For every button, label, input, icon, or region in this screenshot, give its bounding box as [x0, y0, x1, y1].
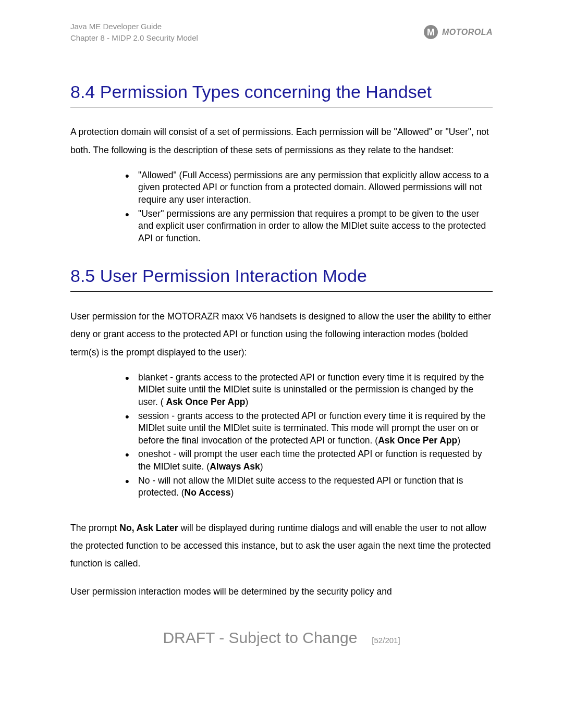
doc-title: Java ME Developer Guide: [70, 22, 162, 31]
section-8-5-intro: User permission for the MOTORAZR maxx V6…: [70, 307, 493, 361]
list-item: blanket - grants access to the protected…: [128, 372, 493, 409]
section-8-5-heading: 8.5 User Permission Interaction Mode: [70, 264, 493, 292]
draft-watermark: DRAFT - Subject to Change: [163, 629, 357, 647]
brand-wordmark: MOTOROLA: [442, 28, 493, 37]
section-8-4-intro: A protection domain will consist of a se…: [70, 123, 493, 158]
chapter-label: Chapter 8 - MIDP 2.0 Security Model: [70, 33, 198, 42]
list-item: oneshot - will prompt the user each time…: [128, 448, 493, 473]
prompt-term: Always Ask: [210, 461, 260, 472]
page-number: [52/201]: [372, 636, 400, 645]
page-header: Java ME Developer Guide Chapter 8 - MIDP…: [70, 21, 493, 44]
section-8-4-list: "Allowed" (Full Access) permissions are …: [70, 169, 493, 245]
motorola-m-icon: M: [424, 25, 438, 39]
section-8-5-list: blanket - grants access to the protected…: [70, 372, 493, 499]
list-item: "User" permissions are any permission th…: [128, 208, 493, 245]
prompt-term: Ask Once Per App: [166, 397, 246, 407]
page-footer: DRAFT - Subject to Change [52/201]: [70, 629, 493, 647]
prompt-term: Ask Once Per App: [378, 435, 457, 446]
brand-logo: M MOTOROLA: [424, 25, 493, 39]
list-item: session - grants access to the protected…: [128, 410, 493, 447]
list-item: No - will not allow the MIDlet suite acc…: [128, 475, 493, 499]
section-8-4-heading: 8.4 Permission Types concerning the Hand…: [70, 80, 493, 108]
prompt-term: No Access: [185, 487, 231, 498]
section-8-5-para-3: User permission interaction modes will b…: [70, 583, 493, 600]
section-8-5-para-2: The prompt No, Ask Later will be display…: [70, 519, 493, 572]
prompt-term: No, Ask Later: [119, 523, 178, 533]
list-item: "Allowed" (Full Access) permissions are …: [128, 169, 493, 206]
header-text: Java ME Developer Guide Chapter 8 - MIDP…: [70, 21, 198, 44]
document-page: Java ME Developer Guide Chapter 8 - MIDP…: [0, 0, 563, 673]
